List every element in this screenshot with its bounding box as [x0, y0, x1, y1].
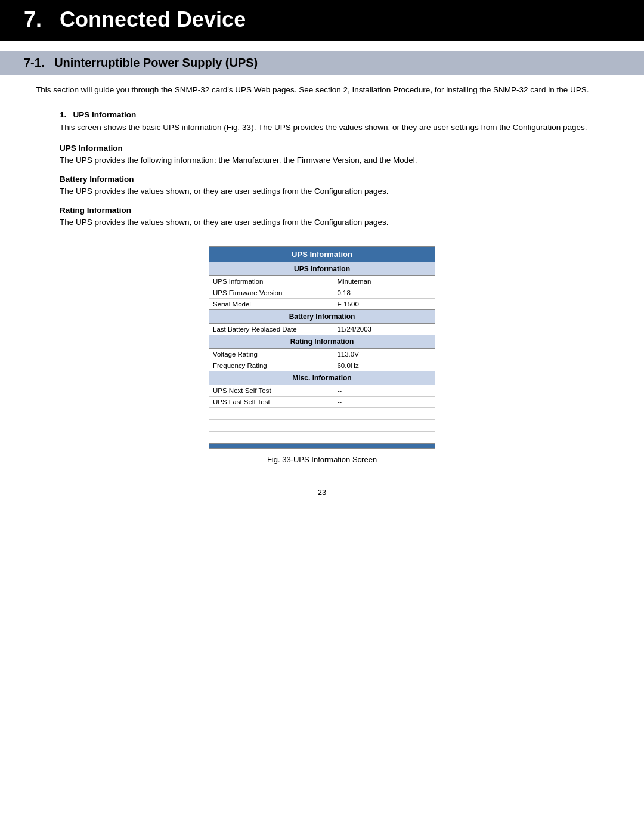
table-row: UPS Information Minuteman	[209, 276, 435, 287]
row-label-firmware: UPS Firmware Version	[209, 287, 333, 299]
misc-section-label: Misc. Information	[209, 371, 435, 385]
section-title: 7-1. Uninterruptible Power Supply (UPS)	[24, 56, 620, 70]
rating-section-row: Rating Information	[209, 335, 435, 349]
sub-section-title-rating: Rating Information	[60, 206, 608, 215]
sub-section-rating: Rating Information The UPS provides the …	[36, 206, 608, 228]
numbered-item-body: This screen shows the basic UPS informat…	[60, 122, 608, 134]
ups-info-section-label: UPS Information	[209, 262, 435, 276]
row-value-next-self-test: --	[333, 385, 435, 397]
page-number: 23	[0, 488, 644, 497]
rating-section-label: Rating Information	[209, 335, 435, 349]
ups-table-title: UPS Information	[209, 247, 435, 262]
row-label-next-self-test: UPS Next Self Test	[209, 385, 333, 397]
sub-section-title-battery: Battery Information	[60, 175, 608, 184]
table-row: Last Battery Replaced Date 11/24/2003	[209, 324, 435, 335]
section-header: 7-1. Uninterruptible Power Supply (UPS)	[0, 51, 644, 75]
numbered-item: 1. UPS Information This screen shows the…	[36, 110, 608, 134]
ups-info-section-row: UPS Information	[209, 262, 435, 276]
ups-table-wrapper: UPS Information UPS Information UPS Info…	[209, 246, 435, 449]
row-value-firmware: 0.18	[333, 287, 435, 299]
sub-section-battery: Battery Information The UPS provides the…	[36, 175, 608, 197]
row-value-frequency: 60.0Hz	[333, 360, 435, 371]
chapter-title: 7. Connected Device	[24, 7, 620, 32]
figure-caption: Fig. 33-UPS Information Screen	[267, 455, 377, 464]
row-label-voltage: Voltage Rating	[209, 349, 333, 360]
empty-row	[209, 420, 435, 432]
numbered-item-title: 1. UPS Information	[60, 110, 608, 119]
battery-section-label: Battery Information	[209, 310, 435, 324]
table-row: Voltage Rating 113.0V	[209, 349, 435, 360]
figure-container: UPS Information UPS Information UPS Info…	[36, 246, 608, 464]
row-label-battery-date: Last Battery Replaced Date	[209, 324, 333, 335]
empty-row	[209, 432, 435, 444]
row-value-voltage: 113.0V	[333, 349, 435, 360]
table-row: Frequency Rating 60.0Hz	[209, 360, 435, 371]
row-label-ups-info: UPS Information	[209, 276, 333, 287]
table-footer-row	[209, 444, 435, 448]
intro-text: This section will guide you through the …	[36, 84, 608, 96]
sub-section-body-battery: The UPS provides the values shown, or th…	[60, 185, 608, 197]
row-value-battery-date: 11/24/2003	[333, 324, 435, 335]
table-row: UPS Last Self Test --	[209, 397, 435, 408]
row-value-model: E 1500	[333, 299, 435, 310]
table-row: UPS Next Self Test --	[209, 385, 435, 397]
ups-info-table: UPS Information UPS Information Minutema…	[209, 262, 435, 448]
sub-section-title-ups: UPS Information	[60, 144, 608, 153]
row-label-frequency: Frequency Rating	[209, 360, 333, 371]
row-label-model: Serial Model	[209, 299, 333, 310]
battery-section-row: Battery Information	[209, 310, 435, 324]
misc-section-row: Misc. Information	[209, 371, 435, 385]
table-row: UPS Firmware Version 0.18	[209, 287, 435, 299]
row-value-last-self-test: --	[333, 397, 435, 408]
page-header: 7. Connected Device	[0, 0, 644, 41]
row-label-last-self-test: UPS Last Self Test	[209, 397, 333, 408]
empty-row	[209, 408, 435, 420]
row-value-ups-info: Minuteman	[333, 276, 435, 287]
sub-section-body-rating: The UPS provides the values shown, or th…	[60, 216, 608, 228]
table-row: Serial Model E 1500	[209, 299, 435, 310]
sub-section-body-ups: The UPS provides the following informati…	[60, 154, 608, 166]
sub-section-ups-info: UPS Information The UPS provides the fol…	[36, 144, 608, 166]
